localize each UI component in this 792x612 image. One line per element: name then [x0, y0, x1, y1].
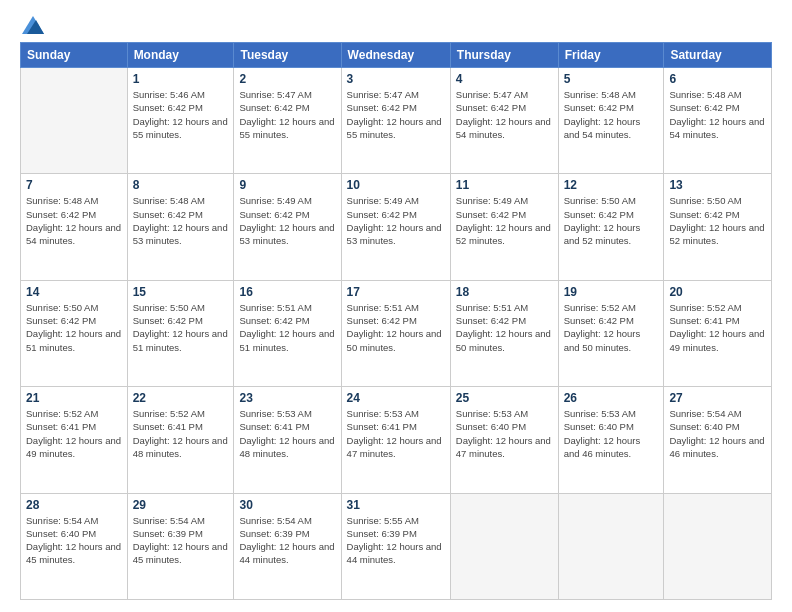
weekday-header-thursday: Thursday	[450, 43, 558, 68]
weekday-header-monday: Monday	[127, 43, 234, 68]
calendar-cell: 19Sunrise: 5:52 AM Sunset: 6:42 PM Dayli…	[558, 280, 664, 386]
calendar-week-row: 14Sunrise: 5:50 AM Sunset: 6:42 PM Dayli…	[21, 280, 772, 386]
calendar-cell	[450, 493, 558, 599]
calendar-cell: 6Sunrise: 5:48 AM Sunset: 6:42 PM Daylig…	[664, 68, 772, 174]
day-number: 20	[669, 285, 766, 299]
calendar-cell: 25Sunrise: 5:53 AM Sunset: 6:40 PM Dayli…	[450, 387, 558, 493]
weekday-header-saturday: Saturday	[664, 43, 772, 68]
calendar-cell: 2Sunrise: 5:47 AM Sunset: 6:42 PM Daylig…	[234, 68, 341, 174]
weekday-header-row: SundayMondayTuesdayWednesdayThursdayFrid…	[21, 43, 772, 68]
calendar-week-row: 1Sunrise: 5:46 AM Sunset: 6:42 PM Daylig…	[21, 68, 772, 174]
day-info: Sunrise: 5:52 AM Sunset: 6:42 PM Dayligh…	[564, 301, 659, 354]
day-info: Sunrise: 5:52 AM Sunset: 6:41 PM Dayligh…	[669, 301, 766, 354]
calendar-cell: 24Sunrise: 5:53 AM Sunset: 6:41 PM Dayli…	[341, 387, 450, 493]
day-number: 28	[26, 498, 122, 512]
calendar-cell: 3Sunrise: 5:47 AM Sunset: 6:42 PM Daylig…	[341, 68, 450, 174]
calendar-cell: 22Sunrise: 5:52 AM Sunset: 6:41 PM Dayli…	[127, 387, 234, 493]
day-info: Sunrise: 5:54 AM Sunset: 6:39 PM Dayligh…	[133, 514, 229, 567]
day-info: Sunrise: 5:47 AM Sunset: 6:42 PM Dayligh…	[456, 88, 553, 141]
day-info: Sunrise: 5:46 AM Sunset: 6:42 PM Dayligh…	[133, 88, 229, 141]
calendar-cell	[664, 493, 772, 599]
day-number: 26	[564, 391, 659, 405]
day-number: 31	[347, 498, 445, 512]
calendar-cell: 15Sunrise: 5:50 AM Sunset: 6:42 PM Dayli…	[127, 280, 234, 386]
calendar-week-row: 7Sunrise: 5:48 AM Sunset: 6:42 PM Daylig…	[21, 174, 772, 280]
day-number: 3	[347, 72, 445, 86]
logo-area	[20, 16, 44, 34]
day-info: Sunrise: 5:53 AM Sunset: 6:41 PM Dayligh…	[347, 407, 445, 460]
calendar-cell: 5Sunrise: 5:48 AM Sunset: 6:42 PM Daylig…	[558, 68, 664, 174]
logo-icon	[22, 16, 44, 34]
day-number: 21	[26, 391, 122, 405]
calendar-cell: 18Sunrise: 5:51 AM Sunset: 6:42 PM Dayli…	[450, 280, 558, 386]
day-number: 15	[133, 285, 229, 299]
day-number: 11	[456, 178, 553, 192]
day-number: 30	[239, 498, 335, 512]
day-info: Sunrise: 5:51 AM Sunset: 6:42 PM Dayligh…	[239, 301, 335, 354]
day-info: Sunrise: 5:49 AM Sunset: 6:42 PM Dayligh…	[239, 194, 335, 247]
day-number: 22	[133, 391, 229, 405]
calendar-cell: 10Sunrise: 5:49 AM Sunset: 6:42 PM Dayli…	[341, 174, 450, 280]
day-number: 17	[347, 285, 445, 299]
day-number: 25	[456, 391, 553, 405]
day-info: Sunrise: 5:53 AM Sunset: 6:40 PM Dayligh…	[456, 407, 553, 460]
day-info: Sunrise: 5:49 AM Sunset: 6:42 PM Dayligh…	[347, 194, 445, 247]
day-info: Sunrise: 5:51 AM Sunset: 6:42 PM Dayligh…	[456, 301, 553, 354]
day-info: Sunrise: 5:48 AM Sunset: 6:42 PM Dayligh…	[564, 88, 659, 141]
weekday-header-wednesday: Wednesday	[341, 43, 450, 68]
day-number: 29	[133, 498, 229, 512]
day-number: 19	[564, 285, 659, 299]
calendar-cell: 7Sunrise: 5:48 AM Sunset: 6:42 PM Daylig…	[21, 174, 128, 280]
calendar-cell: 14Sunrise: 5:50 AM Sunset: 6:42 PM Dayli…	[21, 280, 128, 386]
calendar-cell: 11Sunrise: 5:49 AM Sunset: 6:42 PM Dayli…	[450, 174, 558, 280]
calendar-cell: 27Sunrise: 5:54 AM Sunset: 6:40 PM Dayli…	[664, 387, 772, 493]
day-number: 24	[347, 391, 445, 405]
calendar-cell: 16Sunrise: 5:51 AM Sunset: 6:42 PM Dayli…	[234, 280, 341, 386]
day-number: 6	[669, 72, 766, 86]
day-info: Sunrise: 5:50 AM Sunset: 6:42 PM Dayligh…	[669, 194, 766, 247]
weekday-header-sunday: Sunday	[21, 43, 128, 68]
day-number: 12	[564, 178, 659, 192]
calendar-cell: 9Sunrise: 5:49 AM Sunset: 6:42 PM Daylig…	[234, 174, 341, 280]
day-info: Sunrise: 5:47 AM Sunset: 6:42 PM Dayligh…	[347, 88, 445, 141]
day-number: 18	[456, 285, 553, 299]
calendar-cell: 30Sunrise: 5:54 AM Sunset: 6:39 PM Dayli…	[234, 493, 341, 599]
day-info: Sunrise: 5:50 AM Sunset: 6:42 PM Dayligh…	[564, 194, 659, 247]
weekday-header-friday: Friday	[558, 43, 664, 68]
day-info: Sunrise: 5:52 AM Sunset: 6:41 PM Dayligh…	[26, 407, 122, 460]
calendar-week-row: 21Sunrise: 5:52 AM Sunset: 6:41 PM Dayli…	[21, 387, 772, 493]
day-info: Sunrise: 5:51 AM Sunset: 6:42 PM Dayligh…	[347, 301, 445, 354]
day-info: Sunrise: 5:54 AM Sunset: 6:39 PM Dayligh…	[239, 514, 335, 567]
day-number: 10	[347, 178, 445, 192]
day-number: 13	[669, 178, 766, 192]
calendar-cell: 31Sunrise: 5:55 AM Sunset: 6:39 PM Dayli…	[341, 493, 450, 599]
day-number: 23	[239, 391, 335, 405]
page-header	[20, 16, 772, 34]
day-number: 5	[564, 72, 659, 86]
day-info: Sunrise: 5:48 AM Sunset: 6:42 PM Dayligh…	[669, 88, 766, 141]
day-info: Sunrise: 5:47 AM Sunset: 6:42 PM Dayligh…	[239, 88, 335, 141]
calendar-cell: 28Sunrise: 5:54 AM Sunset: 6:40 PM Dayli…	[21, 493, 128, 599]
calendar-cell: 13Sunrise: 5:50 AM Sunset: 6:42 PM Dayli…	[664, 174, 772, 280]
calendar-cell: 23Sunrise: 5:53 AM Sunset: 6:41 PM Dayli…	[234, 387, 341, 493]
day-info: Sunrise: 5:54 AM Sunset: 6:40 PM Dayligh…	[26, 514, 122, 567]
calendar-cell: 21Sunrise: 5:52 AM Sunset: 6:41 PM Dayli…	[21, 387, 128, 493]
weekday-header-tuesday: Tuesday	[234, 43, 341, 68]
day-info: Sunrise: 5:48 AM Sunset: 6:42 PM Dayligh…	[26, 194, 122, 247]
calendar-cell: 29Sunrise: 5:54 AM Sunset: 6:39 PM Dayli…	[127, 493, 234, 599]
calendar-page: SundayMondayTuesdayWednesdayThursdayFrid…	[0, 0, 792, 612]
calendar-cell: 17Sunrise: 5:51 AM Sunset: 6:42 PM Dayli…	[341, 280, 450, 386]
day-number: 9	[239, 178, 335, 192]
calendar-cell: 12Sunrise: 5:50 AM Sunset: 6:42 PM Dayli…	[558, 174, 664, 280]
day-number: 8	[133, 178, 229, 192]
day-info: Sunrise: 5:50 AM Sunset: 6:42 PM Dayligh…	[133, 301, 229, 354]
day-number: 16	[239, 285, 335, 299]
calendar-cell: 4Sunrise: 5:47 AM Sunset: 6:42 PM Daylig…	[450, 68, 558, 174]
day-number: 27	[669, 391, 766, 405]
logo	[20, 16, 44, 34]
day-number: 1	[133, 72, 229, 86]
calendar-cell: 8Sunrise: 5:48 AM Sunset: 6:42 PM Daylig…	[127, 174, 234, 280]
day-info: Sunrise: 5:48 AM Sunset: 6:42 PM Dayligh…	[133, 194, 229, 247]
day-number: 4	[456, 72, 553, 86]
calendar-cell: 20Sunrise: 5:52 AM Sunset: 6:41 PM Dayli…	[664, 280, 772, 386]
